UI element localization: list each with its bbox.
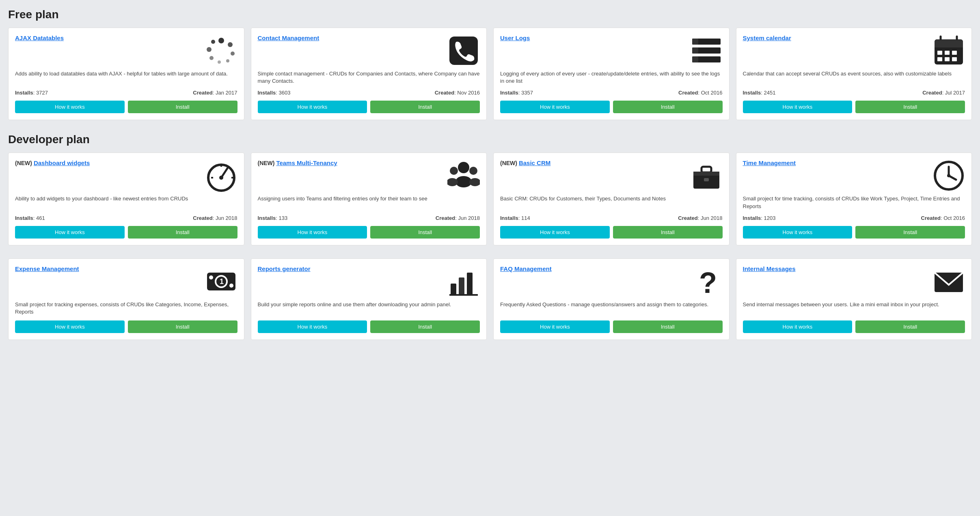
svg-point-6 bbox=[207, 47, 212, 52]
svg-rect-14 bbox=[692, 56, 698, 62]
card-header-expense-management: Expense Management 1 bbox=[15, 265, 237, 298]
svg-text:?: ? bbox=[699, 267, 717, 298]
svg-rect-8 bbox=[449, 37, 478, 65]
card-link-dashboard-widgets[interactable]: Dashboard widgets bbox=[34, 159, 90, 166]
install-button-contact-management[interactable]: Install bbox=[370, 101, 480, 113]
svg-point-7 bbox=[211, 40, 215, 44]
card-installs-teams-multi-tenancy: Installs: 133 bbox=[258, 215, 288, 221]
card-actions-teams-multi-tenancy: How it worksInstall bbox=[258, 226, 480, 239]
card-link-ajax-datatables[interactable]: AJAX Datatables bbox=[15, 34, 64, 41]
svg-rect-25 bbox=[952, 57, 957, 61]
card-created-ajax-datatables: Created: Jan 2017 bbox=[193, 90, 237, 96]
card-link-basic-crm[interactable]: Basic CRM bbox=[519, 159, 550, 166]
svg-point-0 bbox=[218, 38, 224, 43]
install-button-faq-management[interactable]: Install bbox=[613, 320, 723, 333]
card-title-faq-management[interactable]: FAQ Management bbox=[500, 265, 686, 272]
card-icon-faq-management: ? bbox=[690, 265, 723, 298]
card-meta-teams-multi-tenancy: Installs: 133Created: Jun 2018 bbox=[258, 215, 480, 221]
svg-rect-51 bbox=[451, 284, 456, 295]
card-link-contact-management[interactable]: Contact Management bbox=[258, 34, 319, 41]
how-it-works-button-expense-management[interactable]: How it works bbox=[15, 320, 125, 333]
card-actions-internal-messages: How it worksInstall bbox=[743, 320, 965, 333]
svg-rect-52 bbox=[459, 277, 464, 295]
card-installs-basic-crm: Installs: 114 bbox=[500, 215, 530, 221]
card-actions-dashboard-widgets: How it worksInstall bbox=[15, 226, 237, 239]
card-title-expense-management[interactable]: Expense Management bbox=[15, 265, 201, 272]
svg-point-4 bbox=[218, 60, 221, 64]
card-meta-contact-management: Installs: 3603Created: Nov 2016 bbox=[258, 90, 480, 96]
svg-point-50 bbox=[229, 284, 233, 288]
card-title-reports-generator[interactable]: Reports generator bbox=[258, 265, 444, 272]
card-header-contact-management: Contact Management bbox=[258, 34, 480, 67]
install-button-user-logs[interactable]: Install bbox=[613, 101, 723, 113]
how-it-works-button-user-logs[interactable]: How it works bbox=[500, 101, 610, 113]
svg-point-36 bbox=[469, 167, 477, 175]
svg-point-49 bbox=[209, 275, 213, 280]
card-installs-time-management: Installs: 1203 bbox=[743, 215, 776, 221]
install-button-expense-management[interactable]: Install bbox=[128, 320, 237, 333]
install-button-internal-messages[interactable]: Install bbox=[855, 320, 965, 333]
card-actions-contact-management: How it worksInstall bbox=[258, 101, 480, 113]
card-title-ajax-datatables[interactable]: AJAX Datatables bbox=[15, 34, 201, 41]
card-desc-user-logs: Logging of every action of every user - … bbox=[500, 70, 723, 85]
how-it-works-button-ajax-datatables[interactable]: How it works bbox=[15, 101, 125, 113]
card-actions-system-calendar: How it worksInstall bbox=[743, 101, 965, 113]
card-link-user-logs[interactable]: User Logs bbox=[500, 34, 530, 41]
card-title-teams-multi-tenancy[interactable]: (NEW) Teams Multi-Tenancy bbox=[258, 159, 444, 166]
card-installs-dashboard-widgets: Installs: 461 bbox=[15, 215, 45, 221]
card-header-basic-crm: (NEW) Basic CRM bbox=[500, 159, 723, 192]
card-title-contact-management[interactable]: Contact Management bbox=[258, 34, 444, 41]
card-title-user-logs[interactable]: User Logs bbox=[500, 34, 686, 41]
card-ajax-datatables: AJAX Datatables Adds ability to load dat… bbox=[8, 28, 244, 120]
how-it-works-button-system-calendar[interactable]: How it works bbox=[743, 101, 853, 113]
card-actions-expense-management: How it worksInstall bbox=[15, 320, 237, 333]
card-actions-user-logs: How it worksInstall bbox=[500, 101, 723, 113]
card-basic-crm: (NEW) Basic CRM Basic CRM: CRUDs for Cus… bbox=[493, 153, 730, 245]
card-created-contact-management: Created: Nov 2016 bbox=[435, 90, 480, 96]
card-link-time-management[interactable]: Time Management bbox=[743, 159, 796, 166]
card-link-faq-management[interactable]: FAQ Management bbox=[500, 265, 552, 272]
section-title-1: Developer plan bbox=[8, 133, 972, 146]
card-contact-management: Contact Management Simple contact manage… bbox=[251, 28, 487, 120]
install-button-ajax-datatables[interactable]: Install bbox=[128, 101, 237, 113]
svg-point-3 bbox=[226, 59, 229, 62]
svg-point-1 bbox=[228, 42, 233, 47]
how-it-works-button-dashboard-widgets[interactable]: How it works bbox=[15, 226, 125, 239]
card-title-time-management[interactable]: Time Management bbox=[743, 159, 929, 166]
install-button-reports-generator[interactable]: Install bbox=[370, 320, 480, 333]
card-icon-contact-management bbox=[447, 34, 480, 67]
install-button-teams-multi-tenancy[interactable]: Install bbox=[370, 226, 480, 239]
how-it-works-button-basic-crm[interactable]: How it works bbox=[500, 226, 610, 239]
how-it-works-button-faq-management[interactable]: How it works bbox=[500, 320, 610, 333]
card-icon-ajax-datatables bbox=[205, 34, 237, 67]
card-created-basic-crm: Created: Jun 2018 bbox=[678, 215, 722, 221]
svg-point-2 bbox=[231, 52, 235, 56]
card-link-reports-generator[interactable]: Reports generator bbox=[258, 265, 311, 272]
card-desc-dashboard-widgets: Ability to add widgets to your dashboard… bbox=[15, 195, 237, 210]
card-link-internal-messages[interactable]: Internal Messages bbox=[743, 265, 796, 272]
card-header-time-management: Time Management bbox=[743, 159, 965, 192]
card-icon-reports-generator bbox=[447, 265, 480, 298]
card-title-basic-crm[interactable]: (NEW) Basic CRM bbox=[500, 159, 686, 166]
card-created-system-calendar: Created: Jul 2017 bbox=[922, 90, 965, 96]
card-installs-contact-management: Installs: 3603 bbox=[258, 90, 291, 96]
card-link-teams-multi-tenancy[interactable]: Teams Multi-Tenancy bbox=[276, 159, 337, 166]
card-title-dashboard-widgets[interactable]: (NEW) Dashboard widgets bbox=[15, 159, 201, 166]
svg-rect-24 bbox=[945, 57, 950, 61]
card-link-expense-management[interactable]: Expense Management bbox=[15, 265, 79, 272]
card-meta-ajax-datatables: Installs: 3727Created: Jan 2017 bbox=[15, 90, 237, 96]
how-it-works-button-time-management[interactable]: How it works bbox=[743, 226, 853, 239]
card-title-internal-messages[interactable]: Internal Messages bbox=[743, 265, 929, 272]
how-it-works-button-internal-messages[interactable]: How it works bbox=[743, 320, 853, 333]
card-link-system-calendar[interactable]: System calendar bbox=[743, 34, 791, 41]
how-it-works-button-reports-generator[interactable]: How it works bbox=[258, 320, 367, 333]
card-meta-system-calendar: Installs: 2451Created: Jul 2017 bbox=[743, 90, 965, 96]
install-button-time-management[interactable]: Install bbox=[855, 226, 965, 239]
install-button-basic-crm[interactable]: Install bbox=[613, 226, 723, 239]
install-button-system-calendar[interactable]: Install bbox=[855, 101, 965, 113]
how-it-works-button-teams-multi-tenancy[interactable]: How it works bbox=[258, 226, 367, 239]
card-title-system-calendar[interactable]: System calendar bbox=[743, 34, 929, 41]
card-header-reports-generator: Reports generator bbox=[258, 265, 480, 298]
how-it-works-button-contact-management[interactable]: How it works bbox=[258, 101, 367, 113]
install-button-dashboard-widgets[interactable]: Install bbox=[128, 226, 237, 239]
